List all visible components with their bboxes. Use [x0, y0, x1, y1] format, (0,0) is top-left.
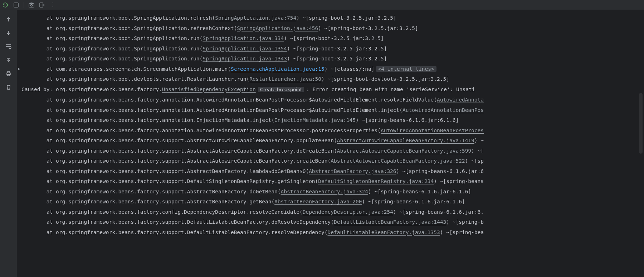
- stack-trace-line: at org.springframework.beans.factory.con…: [17, 207, 644, 217]
- stack-frame-text: at org.springframework.boot.SpringApplic…: [21, 46, 203, 51]
- svg-rect-0: [14, 3, 18, 7]
- stack-frame-text: at org.springframework.boot.SpringApplic…: [21, 35, 203, 41]
- stack-frame-text: at org.springframework.boot.devtools.res…: [21, 76, 249, 82]
- stack-frame-suffix: ) ~[sp: [465, 158, 484, 164]
- stack-frame-suffix: ) ~[spring-boot-3.2.5.jar:3.2.5]: [296, 15, 396, 21]
- error-message-text: : Error creating bean with name 'serieSe…: [306, 86, 475, 92]
- source-file-link[interactable]: AbstractAutowireCapableBeanFactory.java:…: [331, 158, 465, 164]
- stack-frame-text: at org.springframework.boot.SpringApplic…: [21, 15, 215, 21]
- stack-frame-suffix: ) ~[spring-beans-6.1.6.jar:6.1.6]: [362, 199, 465, 204]
- source-file-link[interactable]: InjectionMetadata.java:145: [274, 117, 356, 123]
- stack-trace-line: at org.springframework.beans.factory.ann…: [17, 95, 644, 105]
- soft-wrap-icon[interactable]: [5, 43, 12, 50]
- arrow-up-icon[interactable]: [5, 16, 12, 23]
- source-file-link[interactable]: AbstractBeanFactory.java:326: [309, 168, 396, 174]
- source-file-link[interactable]: AbstractBeanFactory.java:324: [281, 189, 368, 194]
- stack-frame-text: at org.springframework.beans.factory.sup…: [21, 148, 337, 154]
- stack-frame-suffix: ) ~[spring-beans-6.1.6.jar:6.: [393, 209, 484, 215]
- source-file-link[interactable]: AbstractBeanFactory.java:200: [274, 199, 362, 204]
- stack-frame-text: at org.springframework.beans.factory.sup…: [21, 138, 337, 143]
- source-file-link[interactable]: AbstractAutowireCapableBeanFactory.java:…: [337, 148, 471, 154]
- stack-trace-line: at org.springframework.boot.SpringApplic…: [17, 23, 644, 34]
- source-file-link[interactable]: AutowiredAnnotationBeanPos: [402, 107, 484, 113]
- stack-frame-suffix: ) ~[spring-bea: [440, 229, 484, 235]
- stack-trace-line: at org.springframework.beans.factory.ann…: [17, 105, 644, 115]
- console-toolbar: ⋮: [0, 0, 644, 10]
- svg-point-2: [31, 4, 33, 6]
- stack-frame-text: at org.springframework.beans.factory.con…: [21, 209, 303, 215]
- print-icon[interactable]: [5, 70, 12, 77]
- vertical-scrollbar[interactable]: [639, 14, 643, 277]
- console-output[interactable]: at org.springframework.boot.SpringApplic…: [17, 10, 644, 277]
- source-file-link[interactable]: SpringApplication.java:334: [203, 35, 284, 41]
- source-file-link[interactable]: DefaultListableBeanFactory.java:1353: [328, 229, 440, 235]
- folded-lines-badge[interactable]: <4 internal lines>: [376, 66, 436, 72]
- stack-frame-text: at org.springframework.beans.factory.ann…: [21, 128, 381, 133]
- stack-frame-suffix: ) ~[spring-beans-6.1.6.jar:6.1.6]: [356, 117, 459, 123]
- source-file-link[interactable]: AbstractAutowireCapableBeanFactory.java:…: [337, 138, 474, 143]
- console-gutter: [0, 10, 17, 277]
- stack-trace-line: at org.springframework.beans.factory.sup…: [17, 227, 644, 238]
- exit-icon[interactable]: [39, 2, 45, 8]
- source-file-link[interactable]: SpringApplication.java:754: [215, 15, 296, 21]
- trash-icon[interactable]: [5, 84, 12, 91]
- stack-frame-text: at org.springframework.beans.factory.sup…: [21, 219, 334, 225]
- stack-frame-text: at org.springframework.beans.factory.sup…: [21, 229, 328, 235]
- stack-trace-line: at org.springframework.beans.factory.sup…: [17, 187, 644, 197]
- source-file-link[interactable]: DefaultSingletonBeanRegistry.java:234: [318, 178, 434, 184]
- source-file-link[interactable]: AutowiredAnnotationBeanPostProces: [381, 128, 484, 133]
- source-file-link[interactable]: SpringApplication.java:1343: [203, 56, 287, 61]
- scroll-to-end-icon[interactable]: [5, 56, 12, 64]
- stack-trace-line: at org.springframework.beans.factory.sup…: [17, 217, 644, 227]
- stack-frame-text: at org.springframework.beans.factory.ann…: [21, 117, 274, 123]
- stack-frame-text: at org.springframework.beans.factory.sup…: [21, 199, 274, 204]
- scrollbar-thumb[interactable]: [639, 93, 643, 154]
- source-file-link[interactable]: DefaultListableBeanFactory.java:1443: [334, 219, 446, 225]
- stack-trace-line: ▶ at com.aluracursos.screenmatch.Screenm…: [17, 64, 644, 74]
- stack-frame-text: at org.springframework.beans.factory.ann…: [21, 97, 437, 103]
- arrow-down-icon[interactable]: [5, 29, 12, 36]
- more-icon[interactable]: ⋮: [50, 2, 56, 8]
- stack-frame-suffix: ) ~[spring-beans-6.1.6.jar:6.1.6]: [368, 189, 471, 194]
- stack-trace-line: at org.springframework.boot.SpringApplic…: [17, 44, 644, 54]
- stack-trace-line: at org.springframework.beans.factory.ann…: [17, 115, 644, 125]
- stack-frame-suffix: ) ~[classes/:na]: [325, 66, 375, 72]
- source-file-link[interactable]: ScreenmatchApplication.java:15: [231, 66, 325, 72]
- source-file-link[interactable]: SpringApplication.java:456: [237, 25, 318, 31]
- console-main: at org.springframework.boot.SpringApplic…: [0, 10, 644, 277]
- fold-toggle-icon[interactable]: ▶: [17, 64, 20, 74]
- stack-trace-line: at org.springframework.beans.factory.sup…: [17, 146, 644, 156]
- toolbar-separator: [24, 2, 24, 8]
- stack-frame-suffix: ) ~[spring-boot-3.2.5.jar:3.2.5]: [287, 56, 387, 61]
- stack-frame-text: at org.springframework.beans.factory.sup…: [21, 168, 309, 174]
- create-breakpoint-button[interactable]: Create breakpoint: [258, 87, 304, 92]
- stack-frame-suffix: ) ~[spring-boot-devtools-3.2.5.jar:3.2.5…: [321, 76, 449, 82]
- stop-icon[interactable]: [13, 2, 19, 8]
- source-file-link[interactable]: RestartLauncher.java:50: [249, 76, 321, 82]
- svg-rect-6: [8, 74, 10, 76]
- camera-icon[interactable]: [28, 2, 35, 8]
- stack-trace-line: at org.springframework.beans.factory.ann…: [17, 125, 644, 136]
- stack-trace-line: at org.springframework.beans.factory.sup…: [17, 166, 644, 177]
- stack-trace-line: at org.springframework.beans.factory.sup…: [17, 197, 644, 207]
- exception-class-link[interactable]: UnsatisfiedDependencyException: [162, 86, 256, 92]
- source-file-link[interactable]: DependencyDescriptor.java:254: [303, 209, 393, 215]
- stack-frame-suffix: ) ~[spring-beans: [434, 178, 484, 184]
- stack-frame-suffix: ) ~[spring-boot-3.2.5.jar:3.2.5]: [284, 35, 384, 41]
- stack-trace-line: at org.springframework.boot.SpringApplic…: [17, 13, 644, 23]
- stack-trace-line: at org.springframework.boot.SpringApplic…: [17, 33, 644, 44]
- source-file-link[interactable]: AutowiredAnnota: [437, 97, 484, 103]
- stack-frame-text: at org.springframework.beans.factory.sup…: [21, 189, 281, 194]
- source-file-link[interactable]: SpringApplication.java:1354: [203, 46, 287, 51]
- svg-rect-5: [8, 71, 10, 73]
- stack-frame-text: at com.aluracursos.screenmatch.Screenmat…: [21, 66, 231, 72]
- stack-frame-suffix: ) ~[spring-beans-6.1.6.jar:6: [396, 168, 484, 174]
- stack-frame-suffix: ) ~[: [471, 148, 484, 154]
- stack-frame-text: at org.springframework.boot.SpringApplic…: [21, 56, 203, 61]
- stack-trace-line: at org.springframework.beans.factory.sup…: [17, 135, 644, 146]
- stack-frame-suffix: ) ~[spring-boot-3.2.5.jar:3.2.5]: [318, 25, 418, 31]
- stack-frame-text: at org.springframework.beans.factory.sup…: [21, 178, 318, 184]
- rerun-icon[interactable]: [2, 2, 9, 8]
- stack-trace-line: at org.springframework.beans.factory.sup…: [17, 176, 644, 187]
- stack-frame-text: at org.springframework.beans.factory.ann…: [21, 107, 402, 113]
